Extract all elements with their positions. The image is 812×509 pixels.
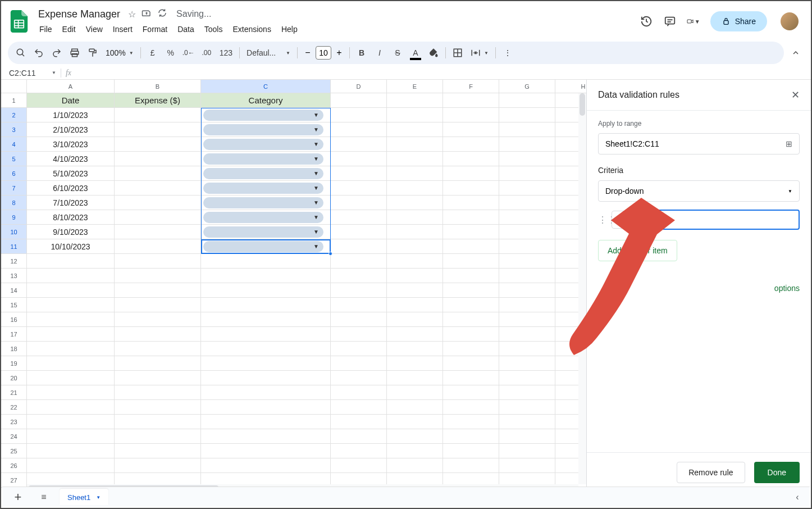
text-color-icon[interactable]: A [407,44,424,61]
cell-B9[interactable] [115,210,201,225]
dropdown-chip[interactable]: ▼ [203,183,323,194]
cell-C19[interactable] [201,356,331,371]
cell-C17[interactable] [201,327,331,342]
cell-G10[interactable] [499,225,555,239]
cell-A4[interactable]: 3/10/2023 [27,137,115,152]
cell-G13[interactable] [499,269,555,283]
cell-D11[interactable] [331,239,387,254]
cell-D19[interactable] [331,356,387,371]
cell-C1[interactable]: Category [201,93,331,108]
share-button[interactable]: Share [710,11,767,31]
cell-A15[interactable] [27,298,115,312]
cell-B18[interactable] [115,342,201,356]
add-another-item-button[interactable]: Add another item [598,240,677,261]
dropdown-chip[interactable]: ▼ [203,153,323,165]
cell-D22[interactable] [331,400,387,415]
row-header-15[interactable]: 15 [1,298,27,312]
cell-C22[interactable] [201,400,331,415]
font-size-input[interactable] [316,46,331,60]
cell-D21[interactable] [331,385,387,400]
cell-G22[interactable] [499,400,555,415]
done-button[interactable]: Done [754,462,800,483]
cell-E21[interactable] [387,385,443,400]
row-header-22[interactable]: 22 [1,400,27,415]
cell-C20[interactable] [201,371,331,385]
dropdown-chip[interactable]: ▼ [203,197,323,208]
meet-button[interactable]: ▼ [687,15,700,28]
cell-A3[interactable]: 2/10/2023 [27,122,115,137]
cell-G6[interactable] [499,166,555,181]
cell-E25[interactable] [387,444,443,458]
cell-A21[interactable] [27,385,115,400]
cell-C13[interactable] [201,269,331,283]
cell-G12[interactable] [499,254,555,269]
cell-E3[interactable] [387,122,443,137]
cell-B1[interactable]: Expense ($) [115,93,201,108]
cell-F21[interactable] [443,385,499,400]
cell-G18[interactable] [499,342,555,356]
dropdown-item-input[interactable] [643,210,800,230]
cell-G24[interactable] [499,429,555,444]
cell-D18[interactable] [331,342,387,356]
cell-A16[interactable] [27,312,115,327]
cell-G8[interactable] [499,196,555,210]
all-sheets-icon[interactable]: ≡ [34,487,54,507]
zoom-select[interactable]: 100%▼ [102,44,137,61]
cell-G14[interactable] [499,283,555,298]
vertical-scrollbar[interactable] [578,93,586,484]
row-header-21[interactable]: 21 [1,385,27,400]
cell-E13[interactable] [387,269,443,283]
cell-D15[interactable] [331,298,387,312]
row-header-17[interactable]: 17 [1,327,27,342]
cell-D25[interactable] [331,444,387,458]
cell-C9[interactable]: ▼ [201,210,331,225]
cell-D7[interactable] [331,181,387,196]
cell-G9[interactable] [499,210,555,225]
sheets-logo[interactable] [8,10,30,33]
cell-F5[interactable] [443,152,499,166]
cell-F15[interactable] [443,298,499,312]
cell-A23[interactable] [27,415,115,429]
cell-C2[interactable]: ▼ [201,108,331,122]
row-header-10[interactable]: 10 [1,225,27,239]
move-icon[interactable] [142,8,152,20]
menu-file[interactable]: File [35,22,57,36]
search-menus-icon[interactable] [12,44,29,61]
cell-C16[interactable] [201,312,331,327]
cell-B17[interactable] [115,327,201,342]
cell-B13[interactable] [115,269,201,283]
cell-B4[interactable] [115,137,201,152]
dropdown-chip[interactable]: ▼ [203,139,323,150]
cell-G1[interactable] [499,93,555,108]
collapse-toolbar-icon[interactable] [787,42,804,64]
cell-F23[interactable] [443,415,499,429]
cell-A1[interactable]: Date [27,93,115,108]
increase-font-icon[interactable]: + [332,46,346,60]
cell-E12[interactable] [387,254,443,269]
cell-B8[interactable] [115,196,201,210]
row-header-26[interactable]: 26 [1,458,27,473]
cell-B2[interactable] [115,108,201,122]
sheet-menu-icon[interactable]: ▼ [96,495,101,500]
cell-C26[interactable] [201,458,331,473]
cell-D9[interactable] [331,210,387,225]
cell-B12[interactable] [115,254,201,269]
dropdown-chip[interactable]: ▼ [203,124,323,135]
cell-G2[interactable] [499,108,555,122]
col-header-A[interactable]: A [27,80,115,93]
cell-E15[interactable] [387,298,443,312]
cell-D17[interactable] [331,327,387,342]
cell-A5[interactable]: 4/10/2023 [27,152,115,166]
more-toolbar-icon[interactable]: ⋮ [499,44,516,61]
cell-G5[interactable] [499,152,555,166]
cell-E11[interactable] [387,239,443,254]
menu-help[interactable]: Help [277,22,302,36]
dropdown-chip[interactable]: ▼ [203,212,323,223]
cell-E5[interactable] [387,152,443,166]
cell-D16[interactable] [331,312,387,327]
cell-C6[interactable]: ▼ [201,166,331,181]
cell-E6[interactable] [387,166,443,181]
row-header-3[interactable]: 3 [1,122,27,137]
remove-rule-button[interactable]: Remove rule [677,462,745,483]
cell-C5[interactable]: ▼ [201,152,331,166]
